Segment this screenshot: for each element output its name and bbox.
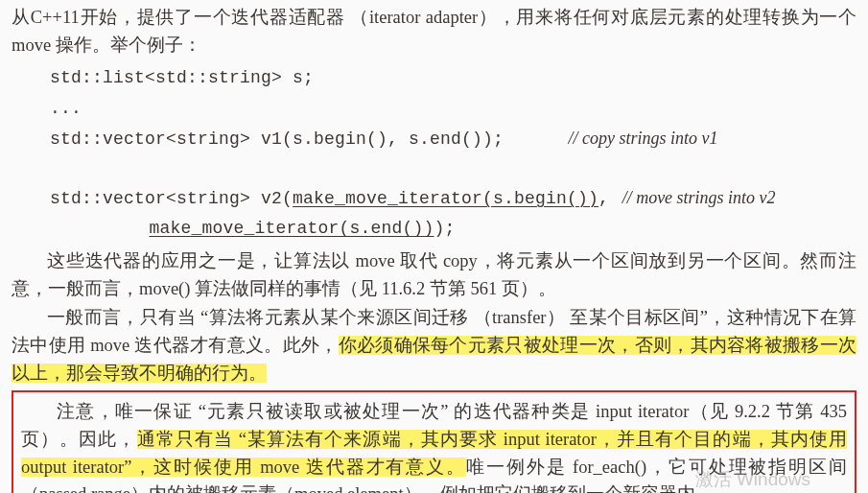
intro-paragraph: 从C++11开始，提供了一个迭代器适配器 （iterator adapter），… — [12, 4, 856, 59]
code-line-4b: , — [598, 189, 609, 208]
code-line-3a: std::vector<string> v1(s.begin(), s.end(… — [50, 129, 504, 149]
code-line-1: std::list<std::string> s; — [50, 68, 314, 87]
code-comment-2: // move strings into v2 — [622, 188, 776, 207]
code-line-4-underline: make_move_iterator(s.begin()) — [293, 189, 598, 208]
code-example: std::list<std::string> s; ... std::vecto… — [50, 62, 856, 244]
windows-activate-watermark-title: 激活 Windows — [695, 465, 810, 493]
code-line-5b: ); — [434, 219, 456, 238]
paragraph-3: 一般而言，只有当 “算法将元素从某个来源区间迁移 （transfer） 至某个目… — [12, 304, 856, 387]
code-line-2: ... — [50, 99, 82, 118]
code-line-4a: std::vector<string> v2( — [50, 189, 293, 208]
code-line-5-underline: make_move_iterator(s.end()) — [150, 219, 434, 238]
code-comment-1: // copy strings into v1 — [569, 129, 718, 148]
paragraph-2: 这些迭代器的应用之一是，让算法以 move 取代 copy，将元素从一个区间放到… — [12, 247, 856, 302]
